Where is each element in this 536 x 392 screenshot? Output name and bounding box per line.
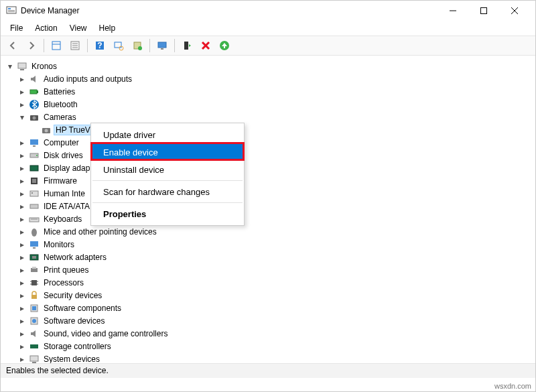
caret-right-icon[interactable]: ▸ <box>18 87 26 96</box>
caret-right-icon[interactable]: ▸ <box>18 214 26 224</box>
svg-rect-65 <box>30 356 38 361</box>
tree-item-cameras[interactable]: ▾Cameras <box>3 111 533 123</box>
caret-down-icon[interactable]: ▾ <box>18 113 26 122</box>
tree-label: Storage controllers <box>42 342 113 351</box>
tree-item-bluetooth[interactable]: ▸Bluetooth <box>3 98 533 111</box>
caret-right-icon[interactable]: ▸ <box>18 227 26 237</box>
context-update-driver[interactable]: Update driver <box>91 126 244 143</box>
tree-item-audio[interactable]: ▸Audio inputs and outputs <box>3 72 533 85</box>
tree-item-disk[interactable]: ▸Disk drives <box>3 149 533 161</box>
caret-right-icon[interactable]: ▸ <box>18 202 26 211</box>
update-driver-icon[interactable] <box>129 38 145 54</box>
help-icon[interactable]: ? <box>92 38 108 54</box>
svg-rect-53 <box>32 267 36 269</box>
caret-right-icon[interactable]: ▸ <box>18 176 26 186</box>
caret-right-icon[interactable]: ▸ <box>18 265 26 275</box>
svg-rect-48 <box>30 241 38 247</box>
hid-icon <box>29 188 40 199</box>
tree-label: Monitors <box>42 240 76 249</box>
back-button[interactable] <box>5 38 21 54</box>
properties-icon[interactable] <box>67 38 83 54</box>
uninstall-device-icon[interactable] <box>198 38 214 54</box>
mouse-icon <box>29 226 40 237</box>
maximize-button[interactable] <box>468 1 499 21</box>
tree-label: Computer <box>42 138 80 147</box>
device-tree[interactable]: ▾ Kronos ▸Audio inputs and outputs ▸Batt… <box>1 56 535 371</box>
caret-right-icon[interactable]: ▸ <box>18 342 26 351</box>
forward-button[interactable] <box>23 38 40 54</box>
menu-file[interactable]: File <box>5 22 28 34</box>
minimize-button[interactable] <box>438 1 468 21</box>
keyboard-icon <box>29 214 40 224</box>
tree-item-ide[interactable]: ▸IDE ATA/ATA <box>3 200 533 212</box>
tree-item-batteries[interactable]: ▸Batteries <box>3 85 533 98</box>
caret-right-icon[interactable]: ▸ <box>18 189 26 198</box>
enable-device-icon[interactable] <box>179 38 195 54</box>
caret-right-icon[interactable]: ▸ <box>18 151 26 160</box>
tree-item-sound[interactable]: ▸Sound, video and game controllers <box>3 327 533 340</box>
caret-right-icon[interactable]: ▸ <box>18 138 26 147</box>
menu-view[interactable]: View <box>64 22 92 34</box>
window-title: Device Manager <box>21 6 438 15</box>
svg-rect-35 <box>30 139 38 145</box>
svg-rect-44 <box>30 204 38 208</box>
svg-rect-3 <box>8 11 15 12</box>
tree-label: Security devices <box>42 291 103 300</box>
tree-label: Display adap <box>42 164 91 173</box>
menu-action[interactable]: Action <box>29 22 62 34</box>
tree-item-mice[interactable]: ▸Mice and other pointing devices <box>3 225 533 238</box>
svg-rect-41 <box>32 179 36 183</box>
tree-item-network[interactable]: ▸Network adapters <box>3 251 533 263</box>
tree-item-software-devices[interactable]: ▸Software devices <box>3 314 533 327</box>
cpu-icon <box>29 277 40 288</box>
caret-right-icon[interactable]: ▸ <box>18 278 26 287</box>
tree-item-camera-device[interactable]: HP TrueV <box>3 123 533 136</box>
tree-item-keyboards[interactable]: ▸Keyboards <box>3 212 533 225</box>
tree-item-processors[interactable]: ▸Processors <box>3 276 533 289</box>
caret-right-icon[interactable]: ▸ <box>18 240 26 249</box>
caret-right-icon[interactable]: ▸ <box>18 100 26 109</box>
caret-right-icon[interactable]: ▸ <box>18 304 26 313</box>
toolbar-separator <box>87 39 88 52</box>
svg-rect-5 <box>481 8 487 14</box>
context-separator <box>92 202 243 203</box>
caret-right-icon[interactable]: ▸ <box>18 253 26 262</box>
tree-root[interactable]: ▾ Kronos <box>3 60 533 72</box>
svg-rect-28 <box>30 90 37 94</box>
close-button[interactable] <box>499 1 530 21</box>
tree-item-display[interactable]: ▸Display adap <box>3 161 533 174</box>
caret-right-icon[interactable]: ▸ <box>18 74 26 84</box>
tree-item-storage[interactable]: ▸Storage controllers <box>3 340 533 352</box>
monitor-icon[interactable] <box>154 38 170 54</box>
tree-item-firmware[interactable]: ▸Firmware <box>3 174 533 187</box>
scan-hardware-icon[interactable] <box>111 38 127 54</box>
tree-item-monitors[interactable]: ▸Monitors <box>3 238 533 251</box>
caret-right-icon[interactable]: ▸ <box>18 164 26 173</box>
menu-help[interactable]: Help <box>94 22 121 34</box>
caret-right-icon[interactable]: ▸ <box>18 354 26 364</box>
tree-label: Sound, video and game controllers <box>42 329 169 338</box>
tree-item-security[interactable]: ▸Security devices <box>3 289 533 302</box>
battery-icon <box>29 86 40 97</box>
add-hardware-icon[interactable] <box>216 38 232 54</box>
toolbar-separator <box>174 39 175 52</box>
context-enable-device[interactable]: Enable device <box>91 143 244 161</box>
caret-down-icon[interactable]: ▾ <box>6 62 14 71</box>
status-bar: Enables the selected device. <box>1 363 535 378</box>
tree-item-print[interactable]: ▸Print queues <box>3 263 533 276</box>
controller-icon <box>29 201 40 212</box>
camera-icon <box>29 112 40 123</box>
show-hide-console-icon[interactable] <box>48 38 64 54</box>
context-scan-hardware[interactable]: Scan for hardware changes <box>91 183 244 200</box>
tree-item-computer[interactable]: ▸Computer <box>3 136 533 149</box>
caret-right-icon[interactable]: ▸ <box>18 329 26 338</box>
tree-item-software-components[interactable]: ▸Software components <box>3 302 533 314</box>
svg-rect-27 <box>20 69 24 70</box>
status-text: Enables the selected device. <box>6 366 109 375</box>
context-properties[interactable]: Properties <box>91 205 244 222</box>
caret-right-icon[interactable]: ▸ <box>18 291 26 300</box>
software-device-icon <box>29 316 40 326</box>
caret-right-icon[interactable]: ▸ <box>18 316 26 326</box>
tree-item-hid[interactable]: ▸Human Inte <box>3 187 533 200</box>
context-uninstall-device[interactable]: Uninstall device <box>91 161 244 178</box>
